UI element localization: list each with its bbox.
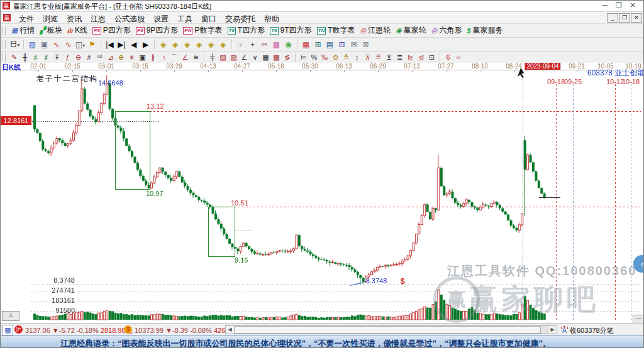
toolbar-icon-button[interactable]: ∞ bbox=[454, 53, 464, 61]
toolbar-icon-button[interactable]: ≋ bbox=[191, 53, 201, 62]
toolbar-button[interactable]: ▦行情 bbox=[11, 25, 35, 36]
child-window-control-button[interactable]: ❐ bbox=[619, 13, 630, 23]
toolbar-icon-button[interactable]: ⊞ bbox=[313, 40, 323, 49]
tick-stream-label[interactable]: 收603378分笔 bbox=[570, 326, 614, 335]
toolbar-button[interactable]: ◎六角形 bbox=[431, 25, 462, 36]
toolbar-icon-button[interactable]: 日 bbox=[9, 39, 20, 50]
toolbar-button[interactable]: ◉赢家轮 bbox=[396, 25, 426, 36]
toolbar-icon-button[interactable]: ∦ bbox=[148, 53, 158, 62]
toolbar-button[interactable]: T99T四方形 bbox=[270, 25, 311, 36]
toolbar-button[interactable]: ılıK线 bbox=[67, 25, 87, 36]
toolbar-icon-button[interactable]: ↕ bbox=[352, 53, 362, 61]
toolbar-icon-button[interactable]: ⊴ bbox=[416, 53, 426, 62]
toolbar-icon-button[interactable]: ♯ bbox=[31, 53, 40, 61]
toolbar-icon-button[interactable]: ⚑ bbox=[87, 40, 97, 49]
toolbar-icon-button[interactable]: ◈ bbox=[182, 40, 192, 49]
toolbar-icon-button[interactable]: ♮ bbox=[159, 53, 169, 62]
toolbar-icon-button[interactable]: ⊿ bbox=[106, 53, 115, 62]
toolbar-icon-button[interactable]: ▦ bbox=[301, 40, 311, 49]
window-control-button[interactable]: ❐ bbox=[612, 1, 626, 9]
toolbar-button[interactable]: $赢家服务 bbox=[467, 25, 502, 36]
toolbar-icon-button[interactable]: ⊼ bbox=[363, 53, 372, 62]
toolbar-grip[interactable] bbox=[3, 26, 6, 35]
toolbar-icon-button[interactable]: ∠ bbox=[180, 53, 190, 62]
window-control-button[interactable]: ─ bbox=[598, 1, 612, 9]
toolbar-icon-button[interactable]: ◈ bbox=[170, 40, 180, 49]
toolbar-icon-button[interactable]: ╫ bbox=[20, 53, 30, 61]
toolbar-icon-button[interactable]: ◫ bbox=[75, 40, 86, 49]
toolbar-icon-button[interactable]: ⊖ bbox=[74, 53, 83, 62]
toolbar-icon-button[interactable]: ⊠ bbox=[360, 40, 371, 49]
toolbar-icon-button[interactable]: ╪ bbox=[208, 53, 217, 61]
toolbar-grip[interactable] bbox=[3, 40, 6, 49]
toolbar-button[interactable]: ◎江恩轮 bbox=[360, 25, 391, 36]
toolbar-icon-button[interactable]: ⌒ bbox=[170, 53, 179, 62]
toolbar-icon-button[interactable]: |◀ bbox=[104, 40, 115, 49]
toolbar-icon-button[interactable]: ∨ bbox=[250, 53, 260, 62]
toolbar-icon-button[interactable]: ▩ bbox=[271, 40, 282, 49]
toolbar-icon-button[interactable]: ≞ bbox=[374, 53, 383, 62]
toolbar-icon-button[interactable]: + bbox=[247, 40, 258, 49]
quote-grid-button[interactable]: ▦ bbox=[3, 325, 13, 335]
scrollbar-thumb[interactable] bbox=[234, 326, 541, 334]
toolbar-icon-button[interactable]: ▣ bbox=[39, 40, 50, 49]
toolbar-button[interactable]: T8T四方形 bbox=[228, 25, 265, 36]
toolbar-grip[interactable] bbox=[3, 53, 6, 62]
volume-pane-expand-button[interactable]: △ bbox=[2, 311, 19, 321]
title-bar[interactable]: 赢 赢家江恩专业版[赢家服务平台] - [亚士创能 SH603378-184日K… bbox=[1, 1, 644, 12]
toolbar-icon-button[interactable]: ▦ bbox=[261, 53, 270, 62]
toolbar-icon-button[interactable]: ▧ bbox=[27, 40, 38, 49]
toolbar-icon-button[interactable]: ∗ bbox=[127, 53, 136, 62]
toolbar-icon-button[interactable]: ∿ bbox=[51, 40, 62, 49]
toolbar-icon-button[interactable]: ▧ bbox=[229, 53, 238, 62]
toolbar-icon-button[interactable]: ⊜ bbox=[331, 53, 340, 62]
scroll-right-arrow[interactable]: ▶ bbox=[548, 326, 557, 334]
toolbar-icon-button[interactable]: % bbox=[309, 53, 319, 61]
toolbar-icon-button[interactable]: ▶ bbox=[140, 40, 151, 49]
toolbar-button[interactable]: P8P四方形 bbox=[92, 25, 131, 36]
toolbar-button[interactable]: ▞板块 bbox=[40, 25, 62, 36]
toolbar-icon-button[interactable]: ⊕ bbox=[116, 53, 126, 62]
toolbar-icon-button[interactable]: ♯ bbox=[42, 53, 51, 61]
toolbar-icon-button[interactable]: ≣ bbox=[395, 53, 404, 62]
toolbar-icon-button[interactable]: ▨ bbox=[218, 53, 228, 62]
toolbar-icon-button[interactable]: ⁿ² bbox=[95, 53, 104, 61]
toolbar-button[interactable]: PNP数字表 bbox=[183, 25, 222, 36]
toolbar-button[interactable]: TNT数字表 bbox=[317, 25, 355, 36]
toolbar-icon-button[interactable]: ≙ bbox=[341, 53, 351, 62]
toolbar-icon-button[interactable]: ◀ bbox=[128, 40, 139, 49]
toolbar-icon-button[interactable]: 6 bbox=[443, 53, 453, 61]
toolbar-icon-button[interactable]: ◈ bbox=[194, 40, 204, 49]
shanghai-index-quote[interactable]: 3137.06 ▼-5.72 -0.18% 2818.98亿 bbox=[25, 326, 133, 335]
toolbar-icon-button[interactable]: ☞ bbox=[235, 40, 246, 49]
scroll-left-arrow[interactable]: ◀ bbox=[226, 326, 235, 334]
child-window-control-button[interactable]: _ bbox=[607, 13, 618, 23]
toolbar-icon-button[interactable]: ✂ bbox=[259, 40, 270, 49]
shenzhen-index-icon[interactable]: 深 bbox=[124, 325, 132, 334]
toolbar-icon-button[interactable]: ∠ bbox=[240, 53, 249, 62]
toolbar-icon-button[interactable]: ✉ bbox=[348, 40, 359, 49]
toolbar-icon-button[interactable]: Ŧ bbox=[52, 53, 62, 61]
toolbar-icon-button[interactable]: ◉ bbox=[283, 40, 294, 49]
toolbar-button[interactable]: P99P四方形 bbox=[136, 25, 178, 36]
toolbar-icon-button[interactable]: ◈ bbox=[158, 40, 169, 49]
toolbar-icon-button[interactable]: ƒ bbox=[63, 53, 72, 61]
toolbar-icon-button[interactable]: ▩ bbox=[272, 53, 281, 62]
child-window-control-button[interactable]: ✕ bbox=[631, 13, 642, 23]
toolbar-icon-button[interactable]: ≶ bbox=[282, 53, 292, 62]
toolbar-icon-button[interactable]: ▤ bbox=[325, 40, 335, 49]
toolbar-icon-button[interactable]: ∿ bbox=[63, 40, 74, 49]
toolbar-icon-button[interactable]: ▶| bbox=[116, 40, 127, 49]
toolbar-icon-button[interactable]: ⊻ bbox=[384, 53, 394, 62]
toolbar-icon-button[interactable]: ✎ bbox=[9, 53, 19, 62]
chart-horizontal-scrollbar[interactable]: ◀ ▶ bbox=[225, 325, 557, 334]
toolbar-icon-button[interactable]: ⊨ bbox=[299, 53, 308, 62]
toolbar-icon-button[interactable]: ◈ bbox=[218, 40, 228, 49]
toolbar-icon-button[interactable]: ‰ bbox=[320, 53, 330, 61]
window-control-button[interactable]: ✕ bbox=[626, 1, 640, 9]
toolbar-icon-button[interactable]: ⊟ bbox=[336, 40, 347, 49]
toolbar-icon-button[interactable]: # bbox=[84, 53, 94, 61]
toolbar-icon-button[interactable]: ▣ bbox=[138, 53, 147, 62]
shanghai-index-icon[interactable]: 沪 bbox=[14, 325, 23, 334]
toolbar-icon-button[interactable]: ⊵ bbox=[406, 53, 415, 62]
